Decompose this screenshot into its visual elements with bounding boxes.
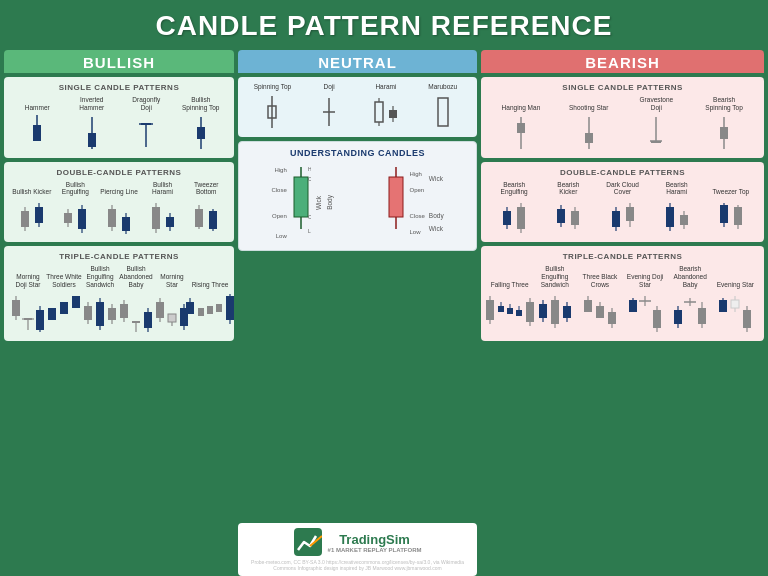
svg-rect-116 [517, 123, 525, 133]
bullish-triple-card: TRIPLE-CANDLE PATTERNS Morning Doji Star [4, 246, 234, 340]
svg-rect-89 [216, 304, 222, 312]
svg-rect-54 [72, 296, 80, 308]
wick-label-left: Wick [315, 196, 322, 210]
svg-rect-178 [584, 300, 592, 312]
bearish-single-patterns: Hanging Man Shooting Star [487, 94, 758, 154]
svg-rect-180 [596, 306, 604, 318]
bullish-double-title: DOUBLE-CANDLE PATTERNS [10, 168, 228, 177]
open-label: Open [271, 210, 286, 222]
svg-rect-14 [35, 207, 43, 223]
pattern-bearish-engulfing-sandwich: Bullish Engulfing Sandwich [535, 265, 575, 334]
close-label: Close [271, 184, 286, 196]
pattern-bearish-engulfing: Bearish Engulfing [494, 181, 534, 237]
content-area: BULLISH SINGLE CANDLE PATTERNS Hammer In… [0, 50, 768, 576]
pattern-piercing-line: Piercing Line [99, 188, 139, 236]
brand-name: TradingSim [328, 532, 422, 547]
svg-rect-87 [207, 306, 213, 314]
svg-text:High: High [308, 167, 311, 172]
svg-text:Open: Open [308, 214, 311, 220]
svg-rect-62 [108, 308, 116, 320]
bearish-single-title: SINGLE CANDLE PATTERNS [487, 83, 758, 92]
svg-text:Close: Close [308, 176, 311, 182]
bullish-double-patterns: Bullish Kicker Bullish Engulfing [10, 179, 228, 239]
bullish-candle-diagram: High Close Open Low [291, 167, 311, 239]
pattern-bullish-engulfing: Bullish Engulfing [55, 181, 95, 237]
svg-rect-11 [21, 211, 29, 227]
svg-rect-204 [731, 300, 739, 308]
svg-rect-98 [375, 102, 383, 122]
body-label-right: Body [429, 212, 444, 219]
svg-rect-41 [12, 300, 20, 316]
svg-rect-73 [156, 302, 164, 318]
svg-rect-185 [629, 300, 637, 312]
svg-rect-32 [166, 217, 174, 227]
pattern-rising-three: Rising Three [190, 281, 230, 335]
pattern-hammer: Hammer [17, 104, 57, 152]
svg-rect-9 [197, 127, 205, 139]
bullish-triple-patterns: Morning Doji Star Three White Sol [10, 263, 228, 336]
svg-rect-82 [186, 302, 194, 314]
svg-rect-20 [78, 209, 86, 229]
svg-rect-50 [48, 308, 56, 320]
bullish-header: BULLISH [4, 50, 234, 73]
svg-rect-157 [486, 300, 494, 320]
pattern-bearish-harami: Bearish Harami [657, 181, 697, 237]
svg-rect-172 [551, 300, 559, 324]
open-label-right: Open [410, 184, 425, 196]
svg-rect-164 [516, 310, 522, 316]
pattern-dark-cloud-cover: Dark Cloud Cover [603, 181, 643, 237]
svg-rect-70 [144, 312, 152, 328]
svg-rect-3 [88, 133, 96, 147]
wick-label-right-bottom: Wick [429, 225, 444, 232]
pattern-three-black-crows: Three Black Crows [580, 273, 620, 335]
svg-rect-52 [60, 302, 68, 314]
pattern-inverted-hammer: Inverted Hammer [72, 96, 112, 152]
svg-rect-160 [498, 306, 504, 312]
neutral-single-patterns: Spinning Top Doji Harami [244, 81, 471, 133]
pattern-bearish-spinning-top: Bearish Spinning Top [704, 96, 744, 152]
svg-rect-151 [720, 205, 728, 223]
bearish-triple-card: TRIPLE-CANDLE PATTERNS Falling Three [481, 246, 764, 340]
svg-rect-207 [743, 310, 751, 328]
svg-rect-119 [585, 133, 593, 143]
pattern-hanging-man: Hanging Man [501, 104, 541, 152]
close-label-right: Close [410, 210, 425, 222]
brand-logo [294, 528, 322, 556]
svg-rect-91 [226, 296, 234, 320]
svg-rect-145 [666, 207, 674, 227]
svg-rect-139 [612, 211, 620, 227]
pattern-tweezer-bottom: Tweezer Bottom [186, 181, 226, 237]
understanding-title: UNDERSTANDING CANDLES [245, 148, 470, 158]
brand-sub: #1 MARKET REPLAY PLATFORM [328, 547, 422, 553]
pattern-shooting-star: Shooting Star [569, 104, 609, 152]
pattern-harami: Harami [366, 83, 406, 131]
svg-rect-198 [698, 308, 706, 324]
bullish-single-patterns: Hammer Inverted Hammer [10, 94, 228, 154]
neutral-single-card: Spinning Top Doji Harami [238, 77, 477, 137]
pattern-gravestone-doji: Gravestone Doji [636, 96, 676, 152]
svg-rect-136 [571, 211, 579, 225]
pattern-bullish-spinning-top: Bullish Spinning Top [181, 96, 221, 152]
svg-rect-65 [120, 304, 128, 318]
svg-rect-23 [108, 209, 116, 227]
svg-rect-133 [557, 209, 565, 223]
svg-rect-130 [517, 207, 525, 229]
svg-rect-29 [152, 207, 160, 229]
low-label-right: Low [410, 226, 425, 238]
svg-rect-76 [168, 314, 176, 322]
svg-rect-59 [96, 302, 104, 326]
svg-rect-154 [734, 207, 742, 225]
svg-rect-193 [674, 310, 682, 324]
neutral-header: NEUTRAL [238, 50, 477, 73]
bearish-double-patterns: Bearish Engulfing Bearish Kicker [487, 179, 758, 239]
page-title: CANDLE PATTERN REFERENCE [0, 0, 768, 50]
svg-text:Low: Low [308, 228, 311, 234]
pattern-bearish-kicker: Bearish Kicker [548, 181, 588, 237]
svg-rect-26 [122, 217, 130, 231]
svg-rect-162 [507, 308, 513, 314]
pattern-bullish-harami: Bullish Harami [143, 181, 183, 237]
pattern-dragonfly-doji: Dragonfly Doji [126, 96, 166, 152]
bullish-triple-title: TRIPLE-CANDLE PATTERNS [10, 252, 228, 261]
pattern-evening-doji-star: Evening Doji Star [625, 273, 665, 335]
footer-credits: Probe-meteo.com, CC BY-SA 3.0 https://cr… [243, 559, 472, 571]
